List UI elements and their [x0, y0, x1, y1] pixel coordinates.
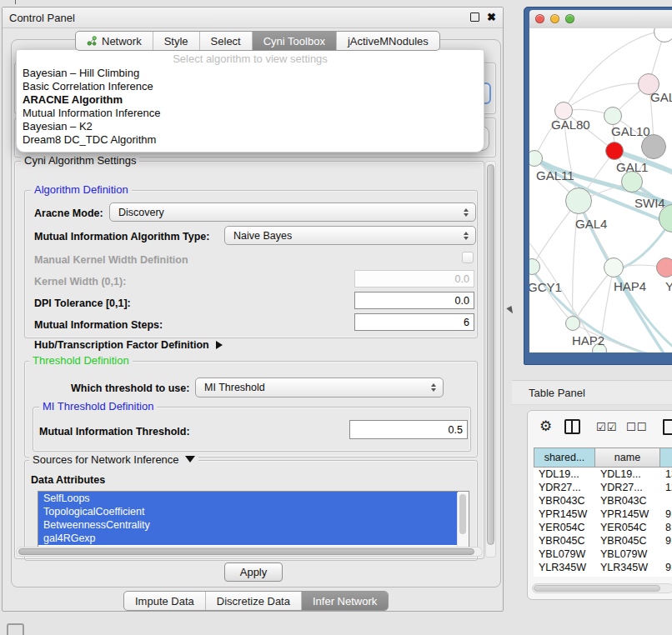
- close-button[interactable]: [535, 14, 544, 23]
- table-row[interactable]: YER054CYER054C8.: [534, 521, 672, 534]
- network-canvas[interactable]: GALGAL80GAL10GAL1GAL11SWI4GAL4GCY1HAP4YH…: [529, 28, 672, 352]
- algorithm-option-mutual-information-inference[interactable]: Mutual Information Inference: [17, 107, 484, 120]
- table-cell: YBL079W: [534, 548, 595, 561]
- algorithm-definition-title: Algorithm Definition: [31, 184, 132, 196]
- data-attributes-list[interactable]: SelfLoopsTopologicalCoefficientBetweenne…: [38, 491, 469, 549]
- network-icon: [87, 36, 98, 46]
- scrollbar-thumb[interactable]: [18, 548, 474, 555]
- kernel-width-input[interactable]: 0.0: [354, 270, 474, 288]
- table-panel-titlebar[interactable]: Table Panel: [512, 380, 672, 405]
- node-y[interactable]: [656, 258, 672, 278]
- table-cell: YIL052C: [595, 574, 660, 577]
- tab-label: Impute Data: [135, 595, 194, 608]
- table-cell: YBR045C: [534, 534, 595, 548]
- tab-select[interactable]: Select: [199, 32, 252, 50]
- zoom-button[interactable]: [565, 14, 574, 23]
- stepper-arrows-icon: [464, 208, 469, 217]
- tab-style[interactable]: Style: [153, 32, 199, 50]
- tab-network[interactable]: Network: [76, 32, 153, 50]
- scrollbar-thumb[interactable]: [534, 585, 660, 592]
- bottom-tabs: Impute DataDiscretize DataInfer Network: [123, 591, 389, 611]
- new-table-icon[interactable]: [663, 419, 672, 435]
- aracne-mode-select[interactable]: Discovery: [109, 202, 476, 222]
- tab-cyni-toolbox[interactable]: Cyni Toolbox: [252, 32, 336, 50]
- table-cell: 12: [660, 481, 672, 494]
- algorithm-option-bayesian-hill-climbing[interactable]: Bayesian – Hill Climbing: [17, 67, 484, 80]
- select-all-icon[interactable]: ☑☑: [596, 419, 617, 434]
- column-header-shared[interactable]: shared...: [534, 448, 595, 468]
- node[interactable]: [605, 142, 624, 160]
- column-header-a[interactable]: A: [660, 448, 672, 468]
- table-row[interactable]: YPR145WYPR145W9.: [534, 508, 672, 521]
- manual-kernel-width-checkbox[interactable]: [462, 252, 474, 263]
- table-row[interactable]: YBL079WYBL079W: [534, 548, 672, 561]
- scrollbar-thumb[interactable]: [487, 164, 494, 545]
- node-label-gal80: GAL80: [551, 118, 590, 132]
- mi-steps-input[interactable]: 6: [354, 313, 474, 331]
- table-panel-title: Table Panel: [529, 387, 585, 399]
- table-row[interactable]: YIL052CYIL052C9: [534, 574, 672, 577]
- deselect-all-icon[interactable]: ☐☐: [626, 419, 647, 434]
- table-cell: YBL079W: [595, 548, 660, 561]
- table-panel: ⚙☑☑☐☐ shared...nameA YDL19...YDL19...13Y…: [527, 410, 672, 600]
- control-panel-titlebar[interactable]: Control Panel ✖: [3, 8, 503, 28]
- tab-impute-data[interactable]: Impute Data: [124, 592, 205, 610]
- table-cell: YPR145W: [595, 508, 660, 521]
- table-cell: YBR045C: [595, 534, 660, 548]
- algorithm-option-dream8-dc-tdc-algorithm[interactable]: Dream8 DC_TDC Algorithm: [17, 133, 484, 147]
- tab-jactivemnodules[interactable]: jActiveMNodules: [336, 32, 439, 50]
- node-hap2[interactable]: [565, 316, 580, 331]
- kernel-width-label: Kernel Width (0,1):: [34, 276, 126, 288]
- mi-algorithm-type-select[interactable]: Naive Bayes: [224, 226, 476, 245]
- settings-vertical-scrollbar[interactable]: [485, 161, 496, 558]
- table-row[interactable]: YBR045CYBR045C9.: [534, 534, 672, 548]
- scrollbar-thumb[interactable]: [459, 494, 466, 534]
- window-title: Control Panel: [9, 12, 75, 24]
- sources-expander[interactable]: Sources for Network Inference: [29, 454, 198, 466]
- which-threshold-select[interactable]: MI Threshold: [195, 378, 444, 398]
- table-cell: YER054C: [595, 521, 660, 534]
- tab-label: Cyni Toolbox: [263, 35, 325, 48]
- table-row[interactable]: YDL19...YDL19...13: [534, 468, 672, 481]
- kernel-width-value: 0.0: [455, 273, 469, 285]
- gear-icon[interactable]: ⚙: [539, 419, 552, 434]
- algorithm-option-aracne-algorithm[interactable]: ARACNE Algorithm: [17, 93, 484, 107]
- algorithm-option-basic-correlation-inference[interactable]: Basic Correlation Inference: [17, 80, 484, 93]
- mi-threshold-input[interactable]: 0.5: [349, 420, 468, 439]
- hub-definition-expander[interactable]: Hub/Transcription Factor Definition: [34, 339, 223, 351]
- settings-horizontal-scrollbar[interactable]: [16, 547, 483, 557]
- collapsed-panel-icon[interactable]: [7, 623, 24, 635]
- minimize-button[interactable]: [550, 14, 559, 23]
- table-header: shared...nameA: [534, 448, 672, 468]
- network-window-titlebar[interactable]: [529, 10, 672, 29]
- apply-button[interactable]: Apply: [224, 562, 283, 582]
- tab-infer-network[interactable]: Infer Network: [301, 592, 388, 610]
- table-cell: YLR345W: [595, 561, 660, 574]
- table-cell: YDR27...: [595, 481, 660, 494]
- table-horizontal-scrollbar[interactable]: [532, 583, 672, 593]
- list-vertical-scrollbar[interactable]: [457, 492, 468, 548]
- column-header-name[interactable]: name: [595, 448, 660, 468]
- close-icon[interactable]: ✖: [487, 12, 496, 22]
- table-cell: YBR043C: [595, 494, 660, 508]
- split-columns-icon[interactable]: [564, 419, 580, 434]
- node-gal10[interactable]: [604, 107, 622, 125]
- table-cell: 9.: [660, 534, 672, 548]
- attribute-selfloops[interactable]: SelfLoops: [38, 492, 458, 505]
- dpi-tolerance-input[interactable]: 0.0: [354, 292, 474, 309]
- algorithm-option-bayesian-k2[interactable]: Bayesian – K2: [17, 120, 484, 133]
- table-cell: YDL19...: [595, 468, 660, 481]
- table-row[interactable]: YBR043CYBR043C: [534, 494, 672, 508]
- mi-steps-label: Mutual Information Steps:: [34, 319, 163, 331]
- table-row[interactable]: YLR345WYLR345W9.: [534, 561, 672, 574]
- attribute-betweennesscentrality[interactable]: BetweennessCentrality: [38, 518, 458, 532]
- attribute-topologicalcoefficient[interactable]: TopologicalCoefficient: [38, 505, 458, 518]
- tab-discretize-data[interactable]: Discretize Data: [205, 592, 301, 610]
- node-gal4[interactable]: [565, 188, 592, 214]
- node-hap4[interactable]: [604, 258, 624, 278]
- table-row[interactable]: YDR27...YDR27...12: [534, 481, 672, 494]
- float-icon[interactable]: [470, 12, 479, 22]
- table-cell: [660, 494, 672, 508]
- node-label-swi4: SWI4: [634, 196, 665, 210]
- attribute-gal4rgexp[interactable]: gal4RGexp: [38, 532, 458, 545]
